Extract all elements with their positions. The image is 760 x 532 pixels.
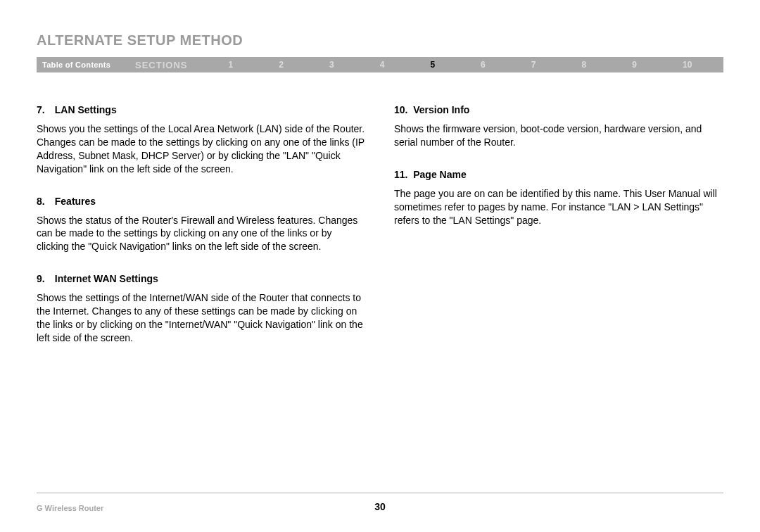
section-link-6[interactable]: 6	[481, 60, 486, 70]
item-title: Version Info	[413, 104, 469, 115]
item-number: 10.	[394, 104, 407, 115]
item-title: LAN Settings	[55, 104, 117, 115]
item-body: Shows you the settings of the Local Area…	[37, 122, 366, 176]
item-features: 8. Features Shows the status of the Rout…	[37, 196, 366, 254]
footer-divider	[37, 493, 723, 493]
sections-label: SECTIONS	[135, 60, 205, 70]
item-body: Shows the settings of the Internet/WAN s…	[37, 291, 366, 345]
right-column: 10. Version Info Shows the firmware vers…	[394, 104, 723, 365]
item-title: Features	[55, 196, 96, 207]
item-number: 8.	[37, 196, 49, 207]
section-nav-bar: Table of Contents SECTIONS 1 2 3 4 5 6 7…	[37, 57, 723, 72]
item-heading: 9. Internet WAN Settings	[37, 273, 366, 284]
section-link-10[interactable]: 10	[683, 60, 692, 70]
toc-link[interactable]: Table of Contents	[37, 61, 135, 69]
item-page-name: 11. Page Name The page you are on can be…	[394, 169, 723, 227]
section-link-2[interactable]: 2	[279, 60, 284, 70]
footer-page-number: 30	[0, 501, 760, 512]
section-link-3[interactable]: 3	[329, 60, 334, 70]
section-link-7[interactable]: 7	[531, 60, 536, 70]
left-column: 7. LAN Settings Shows you the settings o…	[37, 104, 366, 365]
item-version-info: 10. Version Info Shows the firmware vers…	[394, 104, 723, 149]
item-lan-settings: 7. LAN Settings Shows you the settings o…	[37, 104, 366, 176]
content-area: 7. LAN Settings Shows you the settings o…	[37, 104, 723, 365]
section-link-4[interactable]: 4	[380, 60, 385, 70]
item-heading: 7. LAN Settings	[37, 104, 366, 115]
item-number: 7.	[37, 104, 49, 115]
page-title: ALTERNATE SETUP METHOD	[37, 32, 243, 49]
item-title: Page Name	[413, 169, 466, 180]
section-link-8[interactable]: 8	[582, 60, 587, 70]
item-body: Shows the firmware version, boot-code ve…	[394, 122, 723, 149]
section-numbers: 1 2 3 4 5 6 7 8 9 10	[205, 60, 723, 70]
item-title: Internet WAN Settings	[55, 273, 158, 284]
item-heading: 10. Version Info	[394, 104, 723, 115]
section-link-1[interactable]: 1	[229, 60, 234, 70]
item-internet-wan: 9. Internet WAN Settings Shows the setti…	[37, 273, 366, 345]
section-link-9[interactable]: 9	[632, 60, 637, 70]
section-link-5[interactable]: 5	[430, 60, 435, 70]
item-number: 11.	[394, 169, 407, 180]
item-body: The page you are on can be identified by…	[394, 187, 723, 227]
item-number: 9.	[37, 273, 49, 284]
item-heading: 11. Page Name	[394, 169, 723, 180]
item-body: Shows the status of the Router's Firewal…	[37, 214, 366, 254]
item-heading: 8. Features	[37, 196, 366, 207]
